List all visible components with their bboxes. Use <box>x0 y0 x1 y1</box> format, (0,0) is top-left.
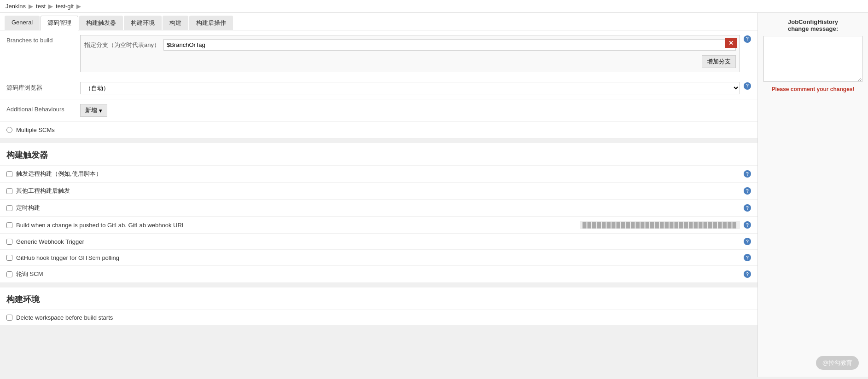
branch-specify-label: 指定分支（为空时代表any） <box>84 41 160 49</box>
tab-general[interactable]: General <box>5 16 40 30</box>
gitlab-trigger-row: Build when a change is pushed to GitLab.… <box>0 217 757 234</box>
breadcrumb-test[interactable]: test <box>36 3 46 10</box>
tab-build[interactable]: 构建 <box>163 16 188 30</box>
poll-scm-label: 轮询 SCM <box>16 270 740 278</box>
breadcrumb-sep-2: ▶ <box>48 3 53 10</box>
tab-build-triggers[interactable]: 构建触发器 <box>79 16 123 30</box>
build-trigger-title: 构建触发器 <box>0 143 757 166</box>
right-panel-warning: Please comment your changes! <box>763 86 862 92</box>
breadcrumb-test-git[interactable]: test-git <box>56 3 74 10</box>
add-behaviours-label: 新增 <box>85 106 97 115</box>
right-panel-title: JobConfigHistory change message: <box>763 18 862 32</box>
branches-box: ✕ 指定分支（为空时代表any） 增加分支 <box>80 35 740 72</box>
trigger-remote-build-row: 触发远程构建（例如,使用脚本） ? <box>0 166 757 183</box>
breadcrumb: Jenkins ▶ test ▶ test-git ▶ <box>0 0 868 13</box>
chevron-down-icon <box>99 107 102 114</box>
github-hook-checkbox[interactable] <box>6 255 12 261</box>
gitlab-trigger-checkbox[interactable] <box>6 222 12 228</box>
additional-behaviours-row: Additional Behaviours 新增 <box>0 99 757 122</box>
breadcrumb-sep-3: ▶ <box>76 3 81 10</box>
trigger-remote-build-help-icon[interactable]: ? <box>744 170 751 178</box>
other-project-build-label: 其他工程构建后触发 <box>16 187 740 195</box>
source-browser-select[interactable]: （自动） <box>80 82 740 94</box>
generic-webhook-checkbox[interactable] <box>6 239 12 245</box>
close-branch-button[interactable]: ✕ <box>725 38 737 48</box>
github-hook-label: GitHub hook trigger for GITScm polling <box>16 254 740 261</box>
tab-post-build[interactable]: 构建后操作 <box>189 16 233 30</box>
branches-label: Branches to build <box>6 35 80 44</box>
watermark: @拉勾教育 <box>816 356 859 370</box>
build-env-title: 构建环境 <box>0 287 757 310</box>
scheduled-build-checkbox[interactable] <box>6 205 12 211</box>
github-hook-row: GitHub hook trigger for GITScm polling ? <box>0 250 757 266</box>
other-project-build-help-icon[interactable]: ? <box>744 187 751 195</box>
other-project-build-checkbox[interactable] <box>6 188 12 194</box>
branches-to-build-row: Branches to build ✕ 指定分支（为空时代表any） 增加分支 <box>0 30 757 77</box>
branches-help-icon[interactable]: ? <box>744 35 751 43</box>
delete-workspace-checkbox[interactable] <box>6 315 12 321</box>
add-behaviours-button[interactable]: 新增 <box>80 104 107 117</box>
generic-webhook-help-icon[interactable]: ? <box>744 238 751 245</box>
scheduled-build-label: 定时构建 <box>16 204 740 212</box>
gitlab-trigger-label: Build when a change is pushed to GitLab.… <box>16 222 576 229</box>
content-area: General 源码管理 构建触发器 构建环境 构建 构建后操作 Branche… <box>0 13 757 377</box>
source-browser-help-icon[interactable]: ? <box>744 82 751 90</box>
github-hook-help-icon[interactable]: ? <box>744 254 751 261</box>
source-browser-label: 源码库浏览器 <box>6 82 80 92</box>
poll-scm-checkbox[interactable] <box>6 271 12 277</box>
scheduled-build-row: 定时构建 ? <box>0 200 757 217</box>
build-env-section: 构建环境 Delete workspace before build start… <box>0 287 757 326</box>
branches-content: ✕ 指定分支（为空时代表any） 增加分支 <box>80 35 740 72</box>
trigger-remote-build-checkbox[interactable] <box>6 171 12 177</box>
trigger-remote-build-label: 触发远程构建（例如,使用脚本） <box>16 170 740 178</box>
additional-behaviours-content: 新增 <box>80 104 751 117</box>
branch-row: 指定分支（为空时代表any） <box>84 39 736 51</box>
generic-webhook-label: Generic Webhook Trigger <box>16 238 740 245</box>
delete-workspace-row: Delete workspace before build starts <box>0 310 757 326</box>
job-config-history-textarea[interactable] <box>763 36 862 82</box>
multiple-scm-radio[interactable] <box>6 127 12 133</box>
branch-input[interactable] <box>163 39 736 51</box>
right-panel: JobConfigHistory change message: Please … <box>757 13 868 377</box>
build-trigger-section: 构建触发器 触发远程构建（例如,使用脚本） ? 其他工程构建后触发 ? 定时构建… <box>0 143 757 283</box>
gitlab-webhook-url: ████████████████████████████████ <box>580 221 740 229</box>
add-branch-button[interactable]: 增加分支 <box>702 55 736 68</box>
multiple-scm-row: Multiple SCMs <box>0 122 757 138</box>
breadcrumb-jenkins[interactable]: Jenkins <box>6 3 26 10</box>
source-browser-content: （自动） <box>80 82 740 94</box>
other-project-build-row: 其他工程构建后触发 ? <box>0 183 757 200</box>
poll-scm-row: 轮询 SCM ? <box>0 266 757 283</box>
scheduled-build-help-icon[interactable]: ? <box>744 204 751 212</box>
generic-webhook-row: Generic Webhook Trigger ? <box>0 234 757 250</box>
tab-bar: General 源码管理 构建触发器 构建环境 构建 构建后操作 <box>0 13 757 30</box>
multiple-scm-label: Multiple SCMs <box>16 126 55 133</box>
source-management-section: Branches to build ✕ 指定分支（为空时代表any） 增加分支 <box>0 30 757 122</box>
additional-behaviours-label: Additional Behaviours <box>6 104 80 113</box>
gitlab-trigger-help-icon[interactable]: ? <box>744 221 751 229</box>
delete-workspace-label: Delete workspace before build starts <box>16 314 751 321</box>
tab-source-management[interactable]: 源码管理 <box>41 16 78 30</box>
breadcrumb-sep-1: ▶ <box>29 3 33 10</box>
tab-build-env[interactable]: 构建环境 <box>124 16 162 30</box>
source-browser-row: 源码库浏览器 （自动） ? <box>0 77 757 99</box>
poll-scm-help-icon[interactable]: ? <box>744 270 751 278</box>
